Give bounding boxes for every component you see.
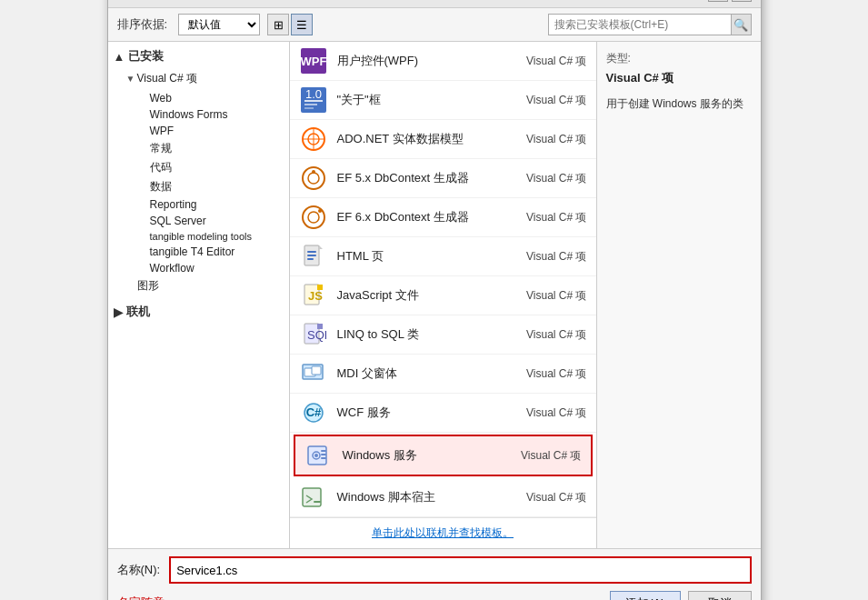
web-label: Web	[150, 92, 172, 105]
windows-forms-label: Windows Forms	[150, 108, 228, 121]
list-item[interactable]: EF 5.x DbContext 生成器 Visual C# 项	[290, 159, 596, 198]
svg-rect-19	[307, 255, 316, 256]
grid-view-button[interactable]: ⊞	[267, 14, 289, 35]
close-button[interactable]: ×	[732, 0, 752, 2]
item-icon-about: 1.0	[299, 85, 328, 115]
list-item[interactable]: MDI 父窗体 Visual C# 项	[290, 355, 596, 394]
left-panel: ▲ 已安装 ▼ Visual C# 项 Web Windows Forms	[108, 42, 290, 548]
list-item[interactable]: JS JavaScript 文件 Visual C# 项	[290, 276, 596, 315]
item-name-5: HTML 页	[337, 248, 487, 265]
tree-item-sql-server[interactable]: SQL Server	[108, 213, 289, 229]
list-item[interactable]: HTML 页 Visual C# 项	[290, 237, 596, 276]
item-icon-linq: SQL	[299, 320, 328, 349]
list-item-selected[interactable]: Windows 服务 Visual C# 项	[294, 435, 593, 476]
sort-label: 排序依据:	[117, 16, 168, 33]
hint-text: 名字随意	[117, 595, 165, 600]
list-item[interactable]: ADO.NET 实体数据模型 Visual C# 项	[290, 120, 596, 159]
reporting-label: Reporting	[150, 198, 197, 211]
name-input[interactable]	[171, 558, 749, 582]
cancel-button[interactable]: 取消	[688, 591, 752, 600]
svg-text:WPF: WPF	[301, 55, 326, 68]
item-name-11: Windows 脚本宿主	[337, 489, 487, 505]
data-expand-space	[137, 182, 150, 192]
wf-expand-space	[137, 110, 150, 120]
name-row: 名称(N):	[117, 556, 752, 584]
svg-text:SQL: SQL	[307, 328, 326, 342]
svg-rect-29	[312, 366, 321, 375]
svg-rect-37	[321, 457, 326, 459]
center-panel: WPF 用户控件(WPF) Visual C# 项 1.0	[290, 42, 597, 548]
normal-label: 常规	[150, 141, 172, 156]
item-icon-winsvc	[304, 441, 334, 470]
tree-item-workflow[interactable]: Workflow	[108, 260, 289, 276]
list-item[interactable]: 1.0 "关于"框 Visual C# 项	[290, 81, 596, 120]
item-type-0: Visual C# 项	[496, 54, 587, 69]
visual-csharp-label: Visual C# 项	[137, 71, 197, 86]
name-input-wrapper	[169, 556, 751, 584]
svg-rect-35	[321, 450, 326, 452]
list-item[interactable]: SQL LINQ to SQL 类 Visual C# 项	[290, 315, 596, 355]
data-label: 数据	[150, 179, 172, 195]
item-name-10: Windows 服务	[343, 447, 482, 464]
list-item[interactable]: C# WCF 服务 Visual C# 项	[290, 394, 596, 433]
title-bar-buttons: ? ×	[708, 0, 752, 2]
item-type-4: Visual C# 项	[496, 210, 587, 225]
normal-expand-space	[137, 144, 150, 154]
list-item[interactable]: Windows 脚本宿主 Visual C# 项	[290, 478, 596, 517]
add-button[interactable]: 添加(A)	[610, 591, 680, 600]
svg-rect-39	[314, 501, 321, 503]
tree-item-wpf[interactable]: WPF	[108, 123, 289, 139]
item-name-9: WCF 服务	[337, 405, 487, 421]
tree-item-normal[interactable]: 常规	[108, 139, 289, 158]
tree-item-windows-forms[interactable]: Windows Forms	[108, 106, 289, 123]
section-online[interactable]: ▶ 联机	[108, 301, 289, 323]
tree-item-graphics[interactable]: 图形	[108, 276, 289, 295]
list-view-button[interactable]: ☰	[291, 14, 313, 35]
tree-item-visual-csharp: ▼ Visual C# 项	[108, 67, 289, 90]
search-area: 🔍	[548, 14, 752, 35]
type-label: 类型:	[606, 51, 752, 66]
item-name-3: EF 5.x DbContext 生成器	[337, 170, 487, 186]
right-panel: 类型: Visual C# 项 用于创建 Windows 服务的类	[597, 42, 761, 548]
workflow-label: Workflow	[150, 262, 195, 275]
item-icon-html	[299, 242, 328, 271]
item-icon-wpf-user: WPF	[299, 46, 328, 75]
item-type-8: Visual C# 项	[496, 366, 587, 382]
help-button[interactable]: ?	[708, 0, 728, 2]
visual-csharp-expand: ▼	[125, 74, 137, 84]
sql-server-label: SQL Server	[150, 215, 206, 227]
item-icon-wcf: C#	[299, 398, 328, 427]
tree-item-web[interactable]: Web	[108, 90, 289, 106]
item-type-7: Visual C# 项	[496, 327, 587, 343]
svg-rect-38	[303, 488, 321, 506]
online-template-link[interactable]: 单击此处以联机并查找模板。	[290, 517, 596, 548]
item-name-2: ADO.NET 实体数据模型	[337, 131, 487, 147]
search-button[interactable]: 🔍	[731, 15, 751, 35]
svg-rect-6	[304, 107, 314, 109]
tree-item-code[interactable]: 代码	[108, 158, 289, 177]
item-list: WPF 用户控件(WPF) Visual C# 项 1.0	[290, 42, 596, 517]
list-item[interactable]: EF 6.x DbContext 生成器 Visual C# 项	[290, 198, 596, 237]
svg-point-34	[314, 454, 318, 457]
item-type-9: Visual C# 项	[496, 405, 587, 421]
svg-point-13	[312, 170, 315, 174]
svg-point-15	[308, 212, 319, 223]
wpf-label: WPF	[150, 125, 175, 137]
item-name-1: "关于"框	[337, 92, 487, 108]
sort-select[interactable]: 默认值	[178, 14, 260, 35]
item-name-0: 用户控件(WPF)	[337, 53, 487, 69]
section-installed[interactable]: ▲ 已安装	[108, 45, 289, 67]
tree-item-data[interactable]: 数据	[108, 177, 289, 196]
installed-expand-icon: ▲	[114, 50, 125, 64]
title-bar: 添加新项 - XieChengShangLvTimedTask ? ×	[108, 0, 761, 8]
online-label: 联机	[126, 304, 150, 320]
item-icon-adonet	[299, 125, 328, 154]
item-name-8: MDI 父窗体	[337, 365, 487, 382]
item-icon-ef5	[299, 164, 328, 193]
tree-item-reporting[interactable]: Reporting	[108, 196, 289, 213]
list-item[interactable]: WPF 用户控件(WPF) Visual C# 项	[290, 42, 596, 81]
tree-item-tangible-t4[interactable]: tangible T4 Editor	[108, 244, 289, 260]
code-expand-space	[137, 163, 150, 173]
tree-item-tangible-modeling[interactable]: tangible modeling tools	[108, 229, 289, 244]
search-input[interactable]	[549, 15, 731, 35]
